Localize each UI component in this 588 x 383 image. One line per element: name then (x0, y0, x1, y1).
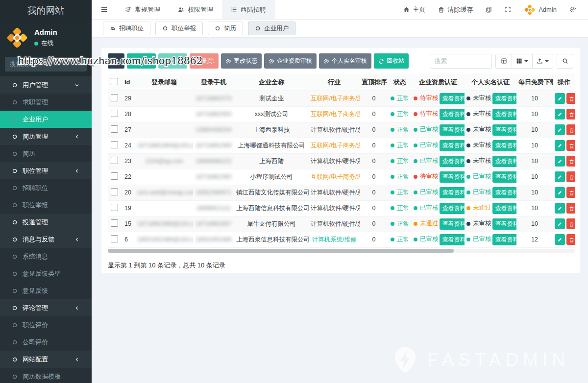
row-edit-button[interactable] (555, 156, 565, 167)
column-header-每日免费下载次[interactable]: 每日免费下载次 (516, 74, 553, 91)
row-edit-button[interactable] (555, 218, 565, 229)
sidebar-item-简历数据模板[interactable]: 简历数据模板 (0, 368, 92, 383)
cell-industry[interactable]: 计算机软件/硬件/系统 (309, 153, 360, 169)
module-tab-招聘职位[interactable]: 招聘职位 (103, 22, 150, 35)
sidebar-item-意见反馈[interactable]: 意见反馈 (0, 282, 92, 299)
scrollbar-thumb[interactable] (108, 249, 454, 253)
view-qualification-button[interactable]: 查看资料 (440, 218, 465, 230)
row-checkbox[interactable] (111, 125, 118, 133)
horizontal-scrollbar[interactable] (108, 249, 575, 253)
sidebar-item-消息与反馈[interactable]: 消息与反馈 (0, 231, 92, 248)
view-realname-button[interactable]: 查看资料 (492, 171, 517, 183)
sidebar-item-网站配置[interactable]: 网站配置 (0, 351, 92, 368)
sidebar-item-公司评价[interactable]: 公司评价 (0, 334, 92, 351)
row-delete-button[interactable] (566, 218, 575, 229)
change-status-button[interactable]: 更改状态 (221, 53, 262, 69)
select-all-checkbox[interactable] (111, 78, 118, 85)
topbar-copy-button[interactable] (480, 0, 497, 20)
topbar-清除缓存[interactable]: 清除缓存 (433, 0, 478, 20)
row-edit-button[interactable] (555, 171, 565, 182)
row-checkbox[interactable] (111, 204, 118, 211)
topbar-Admin[interactable]: Admin (518, 0, 562, 20)
row-edit-button[interactable] (555, 124, 565, 135)
top-tab-西陆招聘[interactable]: 西陆招聘 (222, 0, 275, 19)
columns-button[interactable] (512, 54, 533, 69)
add-button[interactable]: 添加 (127, 53, 156, 69)
row-checkbox[interactable] (111, 219, 118, 227)
top-tab-常规管理[interactable]: 常规管理 (116, 0, 169, 19)
company-qualification-audit-button[interactable]: 企业资质审核 (264, 53, 317, 69)
view-qualification-button[interactable]: 查看资料 (440, 171, 465, 183)
sidebar-item-企业用户[interactable]: 企业用户 (0, 111, 92, 128)
edit-button[interactable]: 编辑 (158, 53, 187, 69)
view-realname-button[interactable]: 查看资料 (492, 187, 517, 198)
cell-industry[interactable]: 计算机软件/硬件/系统 (309, 200, 360, 216)
row-edit-button[interactable] (555, 187, 565, 198)
row-delete-button[interactable] (566, 156, 575, 167)
view-realname-button[interactable]: 查看资料 (492, 156, 517, 167)
column-header-状态[interactable]: 状态 (388, 74, 412, 91)
table-search-input[interactable] (430, 54, 492, 69)
view-realname-button[interactable]: 查看资料 (492, 109, 517, 120)
personal-realname-audit-button[interactable]: 个人实名审核 (319, 53, 371, 69)
sidebar-item-系统消息[interactable]: 系统消息 (0, 248, 92, 265)
row-delete-button[interactable] (566, 124, 575, 135)
cell-industry[interactable]: 互联网/电子商务/游戏 (309, 169, 360, 185)
row-checkbox[interactable] (111, 110, 118, 117)
cell-industry[interactable]: 计算机软件/硬件/系统 (309, 185, 360, 200)
view-qualification-button[interactable]: 查看资料 (440, 156, 465, 167)
view-realname-button[interactable]: 查看资料 (492, 203, 517, 214)
sidebar-search-input[interactable] (10, 61, 89, 68)
topbar-主页[interactable]: 主页 (398, 0, 431, 20)
row-delete-button[interactable] (566, 234, 575, 245)
top-tab-权限管理[interactable]: 权限管理 (169, 0, 222, 19)
sidebar-item-招聘职位[interactable]: 招聘职位 (0, 179, 92, 196)
view-qualification-button[interactable]: 查看资料 (440, 203, 465, 214)
row-edit-button[interactable] (555, 140, 565, 151)
cell-industry[interactable]: 计算机系统/维修 (309, 232, 360, 247)
module-tab-职位举报[interactable]: 职位举报 (155, 22, 203, 35)
cell-industry[interactable]: 互联网/电子商务/游戏 (309, 106, 360, 122)
row-delete-button[interactable] (566, 203, 575, 214)
sidebar-item-评论管理[interactable]: 评论管理 (0, 299, 92, 316)
sidebar-item-职位管理[interactable]: 职位管理 (0, 162, 92, 179)
row-edit-button[interactable] (555, 234, 565, 245)
row-edit-button[interactable] (555, 203, 565, 214)
sidebar-search[interactable] (5, 57, 87, 72)
view-realname-button[interactable]: 查看资料 (492, 218, 517, 230)
column-header-登录邮箱[interactable]: 登录邮箱 (135, 74, 193, 91)
recycle-bin-button[interactable]: 回收站 (374, 53, 409, 69)
sidebar-item-职位举报[interactable]: 职位举报 (0, 196, 92, 214)
export-button[interactable] (533, 54, 553, 69)
view-realname-button[interactable]: 查看资料 (492, 124, 517, 136)
view-qualification-button[interactable]: 查看资料 (440, 109, 465, 120)
cell-industry[interactable]: 互联网/电子商务/游戏 (309, 138, 360, 153)
sidebar-item-简历管理[interactable]: 简历管理 (0, 128, 92, 145)
view-qualification-button[interactable]: 查看资料 (440, 140, 465, 151)
view-qualification-button[interactable]: 查看资料 (440, 234, 465, 245)
column-header-行业[interactable]: 行业 (309, 74, 360, 91)
sidebar-item-意见反馈类型[interactable]: 意见反馈类型 (0, 265, 92, 282)
column-header-企业资质认证[interactable]: 企业资质认证 (412, 74, 465, 91)
view-realname-button[interactable]: 查看资料 (492, 140, 517, 151)
column-header-登录手机[interactable]: 登录手机 (193, 74, 234, 91)
sidebar-item-求职管理[interactable]: 求职管理 (0, 94, 92, 111)
row-checkbox[interactable] (111, 235, 118, 242)
view-qualification-button[interactable]: 查看资料 (440, 93, 465, 104)
sidebar-item-简历[interactable]: 简历 (0, 145, 92, 162)
topbar-cogs-button[interactable] (564, 0, 581, 20)
row-checkbox[interactable] (111, 157, 118, 164)
row-checkbox[interactable] (111, 141, 118, 148)
row-edit-button[interactable] (555, 93, 565, 104)
view-realname-button[interactable]: 查看资料 (492, 93, 517, 104)
sidebar-item-投递管理[interactable]: 投递管理 (0, 214, 92, 231)
refresh-button[interactable] (108, 53, 124, 69)
module-tab-企业用户[interactable]: 企业用户 (248, 22, 295, 35)
row-delete-button[interactable] (566, 171, 575, 182)
row-delete-button[interactable] (566, 93, 575, 104)
sidebar-item-职位评价[interactable]: 职位评价 (0, 316, 92, 334)
row-checkbox[interactable] (111, 94, 118, 101)
view-qualification-button[interactable]: 查看资料 (440, 187, 465, 198)
search-submit-button[interactable] (557, 54, 573, 69)
column-header-个人实名认证[interactable]: 个人实名认证 (465, 74, 516, 91)
